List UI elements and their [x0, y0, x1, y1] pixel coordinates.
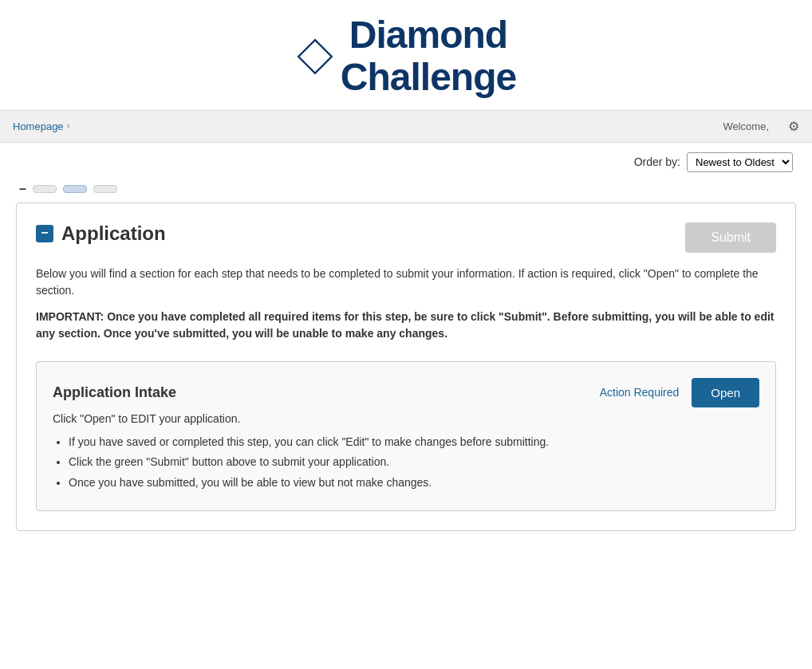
list-item: If you have saved or completed this step… — [69, 433, 759, 452]
gear-icon[interactable]: ⚙ — [788, 119, 799, 134]
list-item: Click the green "Submit" button above to… — [69, 453, 759, 472]
homepage-link[interactable]: Homepage — [13, 120, 64, 132]
nav-bar: Homepage › Welcome, ⚙ — [0, 111, 812, 143]
svg-marker-0 — [298, 40, 332, 73]
order-bar: Order by: Newest to Oldest Oldest to New… — [0, 143, 812, 182]
intake-header: Application Intake Action Required Open — [53, 378, 759, 407]
nav-right: Welcome, ⚙ — [723, 119, 799, 134]
breadcrumb-chevron: › — [67, 120, 70, 132]
logo-text: Diamond Challenge — [341, 14, 516, 99]
welcome-text: Welcome, — [723, 120, 769, 132]
intake-actions: Action Required Open — [600, 378, 759, 407]
application-title: Application — [61, 222, 166, 245]
intake-subtitle: Click "Open" to EDIT your application. — [53, 412, 759, 425]
order-by-select[interactable]: Newest to Oldest Oldest to Newest — [687, 152, 793, 172]
application-important: IMPORTANT: Once you have completed all r… — [36, 309, 776, 342]
collapse-button[interactable]: − — [36, 225, 53, 242]
action-required-label: Action Required — [600, 386, 680, 399]
intake-card: Application Intake Action Required Open … — [36, 361, 776, 511]
list-item: Once you have submitted, you will be abl… — [69, 474, 759, 493]
intake-title: Application Intake — [53, 384, 176, 401]
intake-list: If you have saved or completed this step… — [69, 433, 759, 493]
filter-pill-3[interactable] — [93, 185, 117, 193]
application-header: − Application Submit — [36, 222, 776, 253]
application-title-row: − Application — [36, 222, 166, 245]
filter-pill-1[interactable] — [33, 185, 57, 193]
filter-row: – — [0, 182, 812, 203]
application-description: Below you will find a section for each s… — [36, 266, 776, 299]
site-header: Diamond Challenge — [0, 0, 812, 111]
open-button[interactable]: Open — [692, 378, 759, 407]
diamond-icon — [296, 37, 334, 76]
collapse-icon-symbol: − — [41, 226, 48, 239]
order-by-label: Order by: — [634, 155, 680, 168]
filter-pill-2[interactable] — [63, 185, 87, 193]
breadcrumb: Homepage › — [13, 120, 73, 132]
logo: Diamond Challenge — [0, 14, 812, 99]
filter-dash: – — [19, 182, 26, 196]
submit-button[interactable]: Submit — [685, 222, 776, 253]
application-section: − Application Submit Below you will find… — [16, 203, 796, 531]
